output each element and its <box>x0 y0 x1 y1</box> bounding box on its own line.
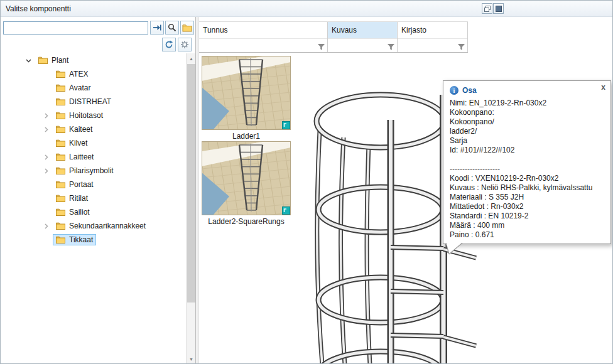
filter-cell <box>328 38 397 52</box>
tree-item-hoitotasot[interactable]: Hoitotasot <box>1 109 186 122</box>
filter-cell <box>199 38 327 52</box>
tooltip-title: Osa <box>462 86 477 95</box>
component-item-1[interactable]: Ladder1 <box>202 56 291 141</box>
chevron-right-icon[interactable] <box>41 125 50 134</box>
chevron-right-icon[interactable] <box>41 153 50 161</box>
tooltip-line: Id: #101/#122/#102 <box>450 146 605 155</box>
select-component-dialog: Valitse komponentti PlantATEXAvatarDISTR… <box>0 0 613 364</box>
tooltip-line: ladder2/ <box>450 127 605 136</box>
search-input[interactable] <box>3 21 148 35</box>
chevron-right-icon[interactable] <box>41 166 50 175</box>
tree-item-label: Avatar <box>69 83 90 92</box>
folder-icon <box>55 208 66 217</box>
tree-item-portaat[interactable]: Portaat <box>1 178 186 191</box>
folder-icon <box>55 139 66 147</box>
part-tooltip: i Osa x Nimi: EN_10219-2-Rn-030x2Kokoonp… <box>443 80 611 244</box>
filter-funnel-button[interactable] <box>317 43 325 51</box>
component-label: Ladder1 <box>202 130 291 141</box>
tree-item-distrheat[interactable]: DISTRHEAT <box>1 95 186 109</box>
filter-funnel-button[interactable] <box>457 43 465 51</box>
scroll-up-icon[interactable]: ▲ <box>187 53 196 63</box>
refresh-button[interactable] <box>162 38 176 51</box>
search-button[interactable] <box>165 21 179 35</box>
column-header-tunnus[interactable]: Tunnus <box>199 22 327 38</box>
component-thumbnail[interactable] <box>202 141 291 215</box>
folder-icon <box>55 125 66 134</box>
tree-scrollbar[interactable]: ▲ ▼ <box>186 53 195 364</box>
tree-item-label: Pilarisymbolit <box>69 166 114 175</box>
tree-item-kilvet[interactable]: Kilvet <box>1 136 186 150</box>
tree-item-label: Sekundaarikannakkeet <box>69 222 146 230</box>
folder-icon <box>55 166 66 175</box>
tooltip-line: Standardi : EN 10219-2 <box>450 211 605 221</box>
results-header: TunnusKuvausKirjasto <box>199 21 468 53</box>
window-restore-button[interactable] <box>482 3 492 14</box>
tree-item-plant[interactable]: Plant <box>1 53 186 67</box>
panel-splitter[interactable] <box>195 17 199 364</box>
folder-icon <box>55 194 66 203</box>
tree-item-atex[interactable]: ATEX <box>1 67 186 81</box>
tree-item-label: Laitteet <box>69 153 94 161</box>
tooltip-line: Paino : 0.671 <box>450 230 605 240</box>
tree-item-sailiot[interactable]: Sailiot <box>1 205 186 219</box>
tree-item-laitteet[interactable]: Laitteet <box>1 150 186 164</box>
tree-item-sekundaarikannakkeet[interactable]: Sekundaarikannakkeet <box>1 219 186 233</box>
funnel-icon <box>457 43 465 51</box>
tooltip-line: Kuvaus : Neliö RHS-Palkki, kylmävalssatt… <box>450 183 605 193</box>
tree-item-label: ATEX <box>69 70 88 78</box>
funnel-icon <box>317 43 325 51</box>
tooltip-close-button[interactable]: x <box>601 83 605 91</box>
tooltip-line: Nimi: EN_10219-2-Rn-030x2 <box>450 99 605 108</box>
chevron-down-icon[interactable] <box>24 56 33 65</box>
tooltip-line: -------------------- <box>450 164 605 174</box>
tree-item-label: Hoitotasot <box>69 111 103 120</box>
filter-funnel-button[interactable] <box>387 43 395 51</box>
apply-search-button[interactable] <box>150 21 164 35</box>
folder-icon <box>55 235 66 244</box>
tree-item-label: Portaat <box>69 180 94 189</box>
tree-item-label: DISTRHEAT <box>69 97 111 106</box>
scroll-down-icon[interactable]: ▼ <box>187 354 196 364</box>
column-header-kirjasto[interactable]: Kirjasto <box>398 22 467 38</box>
tree-item-label: Kilvet <box>69 139 87 147</box>
component-tree: PlantATEXAvatarDISTRHEATHoitotasotKaitee… <box>1 53 186 364</box>
tree-item-tikkaat[interactable]: Tikkaat <box>1 233 186 247</box>
filter-cell <box>398 38 467 52</box>
component-badge-icon <box>282 121 290 129</box>
tree-item-avatar[interactable]: Avatar <box>1 81 186 95</box>
tooltip-line: Kokoonpano/ <box>450 117 605 127</box>
info-icon: i <box>450 86 458 95</box>
tooltip-line: Koodi : VXEN10219-2-Rn-030x2 <box>450 174 605 183</box>
tree-item-label: Sailiot <box>69 208 90 217</box>
settings-button[interactable] <box>178 38 192 51</box>
arrow-right-icon <box>153 24 161 31</box>
thumbnail-image <box>202 141 291 215</box>
tooltip-lines: Nimi: EN_10219-2-Rn-030x2Kokoonpano:Koko… <box>450 99 605 240</box>
folder-icon <box>55 97 66 106</box>
tooltip-line: Määrä : 400 mm <box>450 221 605 230</box>
component-thumbnail[interactable] <box>202 56 291 130</box>
tooltip-line <box>450 155 605 164</box>
folder-icon <box>38 56 48 65</box>
chevron-right-icon[interactable] <box>41 222 50 230</box>
refresh-icon <box>165 40 173 49</box>
magnifier-icon <box>168 23 176 32</box>
scrollbar-thumb[interactable] <box>187 64 195 302</box>
gear-icon <box>180 40 189 49</box>
component-badge-icon <box>282 206 290 215</box>
tree-item-ritilat[interactable]: Ritilat <box>1 191 186 205</box>
tooltip-line: Materiaali : S 355 J2H <box>450 193 605 202</box>
browse-folder-button[interactable] <box>180 21 194 35</box>
tree-item-kaiteet[interactable]: Kaiteet <box>1 122 186 136</box>
tree-item-pilarisymbolit[interactable]: Pilarisymbolit <box>1 164 186 178</box>
component-item-2[interactable]: Ladder2-SquareRungs <box>202 141 291 226</box>
window-dock-button[interactable] <box>493 3 504 14</box>
folder-icon <box>55 83 66 92</box>
column-tunnus: Tunnus <box>199 22 328 52</box>
chevron-right-icon[interactable] <box>41 111 50 120</box>
tooltip-line: Sarja <box>450 136 605 146</box>
tooltip-pointer <box>444 243 465 255</box>
column-header-kuvaus[interactable]: Kuvaus <box>328 22 397 38</box>
tree-item-label: Plant <box>52 56 68 65</box>
dock-icon <box>495 5 502 13</box>
